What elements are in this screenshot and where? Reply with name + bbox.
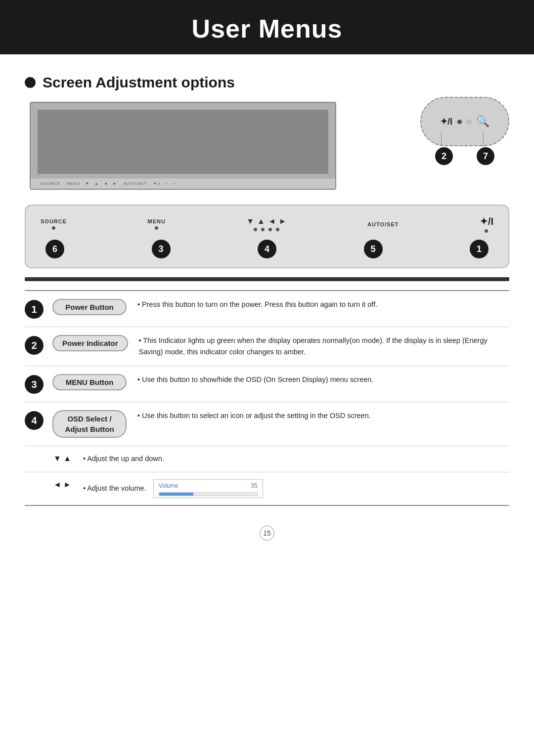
feature-badge-2: 2 — [25, 336, 44, 355]
menu-group: Menu — [147, 218, 165, 230]
power-icon: ✦/I — [480, 215, 493, 227]
badge-2: 2 — [435, 147, 453, 165]
page-number: 15 — [260, 526, 274, 541]
sub-desc-updown: • Adjust the up and down. — [83, 453, 509, 464]
section-dot-icon — [25, 77, 36, 88]
up-arrow-icon: ▲ — [257, 217, 265, 226]
feature-label-4-line1: OSD Select / — [67, 415, 111, 423]
feature-desc-4: • Use this button to select an icon or a… — [137, 410, 509, 421]
feature-row-3: 3 MENU Button • Use this button to show/… — [25, 366, 509, 402]
volume-adjust-text: • Adjust the volume. — [83, 484, 146, 492]
feature-desc-3: • Use this button to show/hide the OSD (… — [137, 374, 509, 385]
monitor-frame: SOURCE MENU ▼ ▲ ◄ ► AUTO/SET ✦/I ○ ○ — [30, 102, 336, 190]
badge-7: 7 — [477, 147, 494, 165]
page-title: User Menus — [0, 14, 534, 43]
volume-bar-header: Volume 35 — [159, 481, 258, 491]
feature-desc-1: • Press this button to turn on the power… — [137, 299, 509, 310]
autoset-group: Auto/Set — [367, 221, 399, 227]
callout-icons: ✦/I 🔍 — [440, 115, 490, 128]
page-number-area: 15 — [25, 526, 509, 541]
source-group: Source — [41, 218, 67, 230]
feature-label-4: OSD Select / Adjust Button — [52, 410, 127, 438]
feature-row-4: 4 OSD Select / Adjust Button • Use this … — [25, 402, 509, 446]
dark-separator — [25, 277, 509, 281]
monitor-illustration: SOURCE MENU ▼ ▲ ◄ ► AUTO/SET ✦/I ○ ○ ✦/I… — [25, 102, 509, 190]
updown-arrow-icon: ▼ ▲ — [52, 454, 72, 463]
power-group: ✦/I — [480, 215, 493, 233]
arrow-buttons: ▼ ▲ ◄ ► — [246, 217, 286, 226]
left-arrow-icon: ◄ — [268, 217, 276, 226]
section-title: Screen Adjustment options — [43, 74, 235, 91]
ctrl-badge-6: 6 — [45, 240, 64, 258]
monitor-base-bar: SOURCE MENU ▼ ▲ ◄ ► AUTO/SET ✦/I ○ ○ — [31, 178, 335, 189]
ctrl-badge-4: 4 — [258, 240, 276, 258]
feature-label-1: Power Button — [52, 299, 127, 315]
feature-label-3: MENU Button — [52, 374, 127, 390]
source-label: Source — [41, 218, 67, 224]
feature-rows: 1 Power Button • Press this button to tu… — [25, 290, 509, 506]
section-title-row: Screen Adjustment options — [25, 74, 509, 91]
monitor-base-labels: SOURCE MENU ▼ ▲ ◄ ► AUTO/SET ✦/I ○ ○ — [41, 181, 176, 186]
page-header: User Menus — [0, 0, 534, 54]
sub-feature-row-volume: ◄ ► • Adjust the volume. Volume 35 — [25, 472, 509, 506]
control-bar: Source Menu ▼ ▲ ◄ ► — [25, 205, 509, 268]
sub-desc-volume: • Adjust the volume. Volume 35 — [83, 479, 509, 498]
callout-panel: ✦/I 🔍 2 7 — [420, 97, 509, 149]
volume-value: 35 — [251, 481, 257, 491]
arrows-group: ▼ ▲ ◄ ► — [246, 217, 286, 231]
feature-row-2: 2 Power Indicator • This Indicator light… — [25, 327, 509, 366]
connector-line-7 — [483, 131, 484, 146]
monitor-screen — [38, 110, 328, 174]
feature-desc-2: • This Indicator lights up green when th… — [139, 335, 509, 358]
feature-badge-3: 3 — [25, 375, 44, 394]
ctrl-badge-row: 6 3 4 5 1 — [41, 240, 493, 258]
feature-badge-4: 4 — [25, 411, 44, 430]
ctrl-badge-1: 1 — [470, 240, 489, 258]
autoset-label: Auto/Set — [367, 221, 399, 227]
led-circle-icon — [467, 120, 471, 124]
volume-track — [159, 492, 258, 496]
power-symbol-icon: ✦/I — [440, 116, 452, 127]
volume-bar-container: Volume 35 — [153, 479, 263, 498]
magnify-icon: 🔍 — [476, 115, 490, 128]
feature-label-2: Power Indicator — [52, 335, 128, 351]
feature-row-1: 1 Power Button • Press this button to tu… — [25, 291, 509, 327]
ctrl-badge-3: 3 — [152, 240, 171, 258]
down-arrow-icon: ▼ — [246, 217, 254, 226]
main-content: Screen Adjustment options SOURCE MENU ▼ … — [0, 54, 534, 575]
connector-line-2 — [441, 131, 442, 146]
feature-badge-1: 1 — [25, 300, 44, 319]
feature-label-4-line2: Adjust Button — [65, 425, 114, 433]
menu-label: Menu — [147, 218, 165, 224]
volume-label: Volume — [159, 481, 178, 491]
leftright-arrow-icon: ◄ ► — [52, 480, 72, 489]
right-arrow-icon: ► — [279, 217, 287, 226]
led-dot-icon — [457, 120, 462, 124]
volume-fill — [159, 493, 193, 496]
sub-feature-row-updown: ▼ ▲ • Adjust the up and down. — [25, 446, 509, 472]
control-bar-inner: Source Menu ▼ ▲ ◄ ► — [41, 215, 493, 233]
ctrl-badge-5: 5 — [364, 240, 383, 258]
monitor-area: SOURCE MENU ▼ ▲ ◄ ► AUTO/SET ✦/I ○ ○ ✦/I… — [25, 102, 509, 190]
